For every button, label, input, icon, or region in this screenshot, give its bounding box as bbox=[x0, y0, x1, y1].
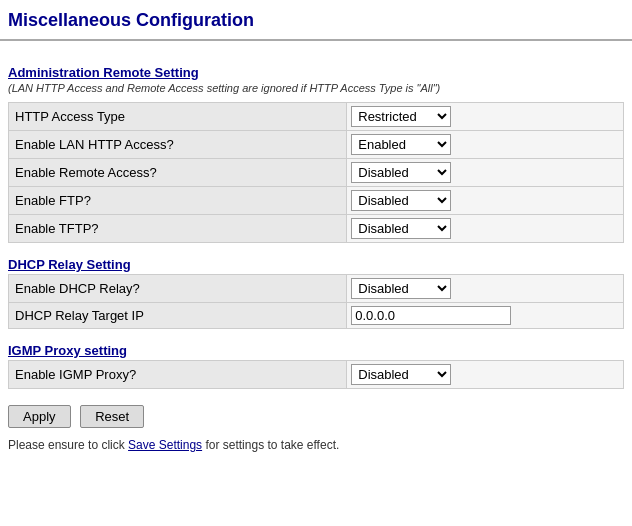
select-igmp_proxy[interactable]: EnabledDisabled bbox=[351, 364, 451, 385]
row-label: Enable Remote Access? bbox=[9, 159, 347, 187]
section-dhcp-relay: DHCP Relay SettingEnable DHCP Relay?Enab… bbox=[8, 257, 624, 329]
row-label: DHCP Relay Target IP bbox=[9, 303, 347, 329]
input-dhcp_target_ip[interactable] bbox=[351, 306, 511, 325]
table-row: Enable Remote Access?EnabledDisabled bbox=[9, 159, 624, 187]
select-enable_ftp[interactable]: EnabledDisabled bbox=[351, 190, 451, 211]
page-title: Miscellaneous Configuration bbox=[0, 0, 632, 40]
config-table-admin-remote: HTTP Access TypeAllRestrictedEnable LAN … bbox=[8, 102, 624, 243]
row-label: Enable LAN HTTP Access? bbox=[9, 131, 347, 159]
row-control: EnabledDisabled bbox=[347, 187, 624, 215]
table-row: HTTP Access TypeAllRestricted bbox=[9, 103, 624, 131]
row-control: EnabledDisabled bbox=[347, 361, 624, 389]
footer-post: for settings to take effect. bbox=[202, 438, 339, 452]
footer-note: Please ensure to click Save Settings for… bbox=[8, 438, 624, 452]
row-control: EnabledDisabled bbox=[347, 275, 624, 303]
row-label: Enable TFTP? bbox=[9, 215, 347, 243]
select-dhcp_relay[interactable]: EnabledDisabled bbox=[351, 278, 451, 299]
section-admin-remote: Administration Remote Setting(LAN HTTP A… bbox=[8, 65, 624, 243]
select-http_access_type[interactable]: AllRestricted bbox=[351, 106, 451, 127]
row-control: EnabledDisabled bbox=[347, 159, 624, 187]
main-content: Administration Remote Setting(LAN HTTP A… bbox=[0, 41, 632, 462]
section-igmp-proxy: IGMP Proxy settingEnable IGMP Proxy?Enab… bbox=[8, 343, 624, 389]
row-control: EnabledDisabled bbox=[347, 215, 624, 243]
config-table-dhcp-relay: Enable DHCP Relay?EnabledDisabledDHCP Re… bbox=[8, 274, 624, 329]
table-row: Enable DHCP Relay?EnabledDisabled bbox=[9, 275, 624, 303]
table-row: Enable FTP?EnabledDisabled bbox=[9, 187, 624, 215]
table-row: Enable LAN HTTP Access?EnabledDisabled bbox=[9, 131, 624, 159]
select-remote_access[interactable]: EnabledDisabled bbox=[351, 162, 451, 183]
section-title-dhcp-relay: DHCP Relay Setting bbox=[8, 257, 624, 272]
apply-button[interactable]: Apply bbox=[8, 405, 71, 428]
reset-button[interactable]: Reset bbox=[80, 405, 144, 428]
row-control: EnabledDisabled bbox=[347, 131, 624, 159]
row-control: AllRestricted bbox=[347, 103, 624, 131]
table-row: Enable TFTP?EnabledDisabled bbox=[9, 215, 624, 243]
config-table-igmp-proxy: Enable IGMP Proxy?EnabledDisabled bbox=[8, 360, 624, 389]
footer-pre: Please ensure to click bbox=[8, 438, 128, 452]
row-label: Enable DHCP Relay? bbox=[9, 275, 347, 303]
table-row: DHCP Relay Target IP bbox=[9, 303, 624, 329]
section-title-igmp-proxy: IGMP Proxy setting bbox=[8, 343, 624, 358]
row-control bbox=[347, 303, 624, 329]
row-label: Enable FTP? bbox=[9, 187, 347, 215]
row-label: HTTP Access Type bbox=[9, 103, 347, 131]
table-row: Enable IGMP Proxy?EnabledDisabled bbox=[9, 361, 624, 389]
section-note-admin-remote: (LAN HTTP Access and Remote Access setti… bbox=[8, 82, 624, 94]
select-enable_tftp[interactable]: EnabledDisabled bbox=[351, 218, 451, 239]
select-lan_http_access[interactable]: EnabledDisabled bbox=[351, 134, 451, 155]
section-title-admin-remote: Administration Remote Setting bbox=[8, 65, 624, 80]
save-settings-link[interactable]: Save Settings bbox=[128, 438, 202, 452]
row-label: Enable IGMP Proxy? bbox=[9, 361, 347, 389]
button-row: Apply Reset bbox=[8, 405, 624, 428]
